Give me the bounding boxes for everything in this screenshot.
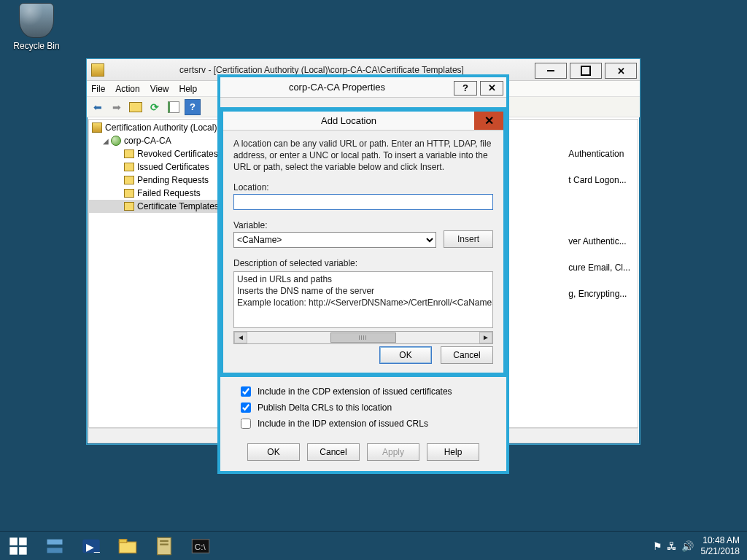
forward-button[interactable]: ➡: [109, 99, 125, 115]
properties-close-button[interactable]: [480, 81, 503, 96]
insert-button[interactable]: Insert: [444, 230, 493, 248]
back-button[interactable]: ⬅: [90, 99, 106, 115]
tree-ca-node[interactable]: ◢ corp-CA-CA: [89, 134, 225, 147]
export-list-button[interactable]: [166, 99, 182, 115]
svg-rect-12: [160, 543, 169, 545]
scroll-thumb[interactable]: [330, 332, 396, 343]
taskbar[interactable]: ▶_ C:\ ⚑ 🖧 🔊 10:48 AM 5/21/2018: [0, 531, 747, 560]
check-cdp[interactable]: Include in the CDP extension of issued c…: [238, 384, 489, 400]
description-label: Description of selected variable:: [233, 258, 493, 268]
description-scrollbar[interactable]: ◄ ►: [233, 331, 493, 344]
scroll-left-button[interactable]: ◄: [234, 332, 247, 343]
menu-file[interactable]: File: [91, 84, 105, 94]
certsrv-app-icon: [91, 63, 104, 77]
svg-rect-0: [9, 537, 17, 545]
folder-icon: [124, 149, 134, 158]
add-location-cancel-button[interactable]: Cancel: [441, 346, 493, 364]
cert-authority-icon: [92, 122, 102, 133]
task-certsrv[interactable]: [146, 532, 182, 560]
check-idp[interactable]: Include in the IDP extension of issued C…: [238, 416, 489, 432]
list-item[interactable]: ver Authentic...: [568, 236, 630, 248]
add-location-titlebar[interactable]: Add Location: [223, 112, 503, 131]
menu-view[interactable]: View: [150, 84, 169, 94]
list-item[interactable]: t Card Logon...: [568, 175, 630, 187]
tree-failed[interactable]: Failed Requests: [89, 187, 225, 200]
svg-rect-10: [158, 537, 171, 554]
maximize-button[interactable]: [570, 63, 602, 79]
list-item[interactable]: g, Encrypting...: [568, 289, 630, 300]
properties-cancel-button[interactable]: Cancel: [307, 443, 360, 461]
check-idp-box[interactable]: [241, 419, 251, 429]
taskbar-clock[interactable]: 10:48 AM 5/21/2018: [701, 535, 740, 556]
svg-text:C:\: C:\: [195, 541, 206, 551]
tree-templates[interactable]: Certificate Templates: [89, 200, 225, 213]
svg-rect-2: [9, 547, 17, 555]
svg-rect-3: [19, 547, 26, 555]
menu-action[interactable]: Action: [115, 84, 139, 94]
location-input[interactable]: [233, 194, 493, 210]
tray-icons[interactable]: ⚑ 🖧 🔊: [653, 540, 694, 552]
variable-label: Variable:: [233, 220, 436, 230]
refresh-button[interactable]: ⟳: [147, 99, 163, 115]
variable-select[interactable]: <CaName>: [233, 232, 436, 248]
check-cdp-box[interactable]: [241, 386, 251, 397]
folder-icon: [124, 189, 134, 198]
svg-rect-5: [47, 548, 63, 553]
network-icon[interactable]: 🖧: [667, 540, 677, 552]
task-cmd[interactable]: C:\: [182, 532, 219, 560]
system-tray[interactable]: ⚑ 🖧 🔊 10:48 AM 5/21/2018: [653, 532, 747, 560]
toolbar-help-button[interactable]: ?: [185, 99, 201, 115]
cmd-icon: C:\: [190, 536, 211, 556]
list-item[interactable]: cure Email, Cl...: [568, 262, 630, 274]
recycle-bin[interactable]: Recycle Bin: [9, 3, 64, 51]
recycle-bin-icon: [19, 3, 54, 38]
close-button[interactable]: [605, 63, 637, 79]
scroll-right-button[interactable]: ►: [479, 332, 492, 343]
recycle-bin-label: Recycle Bin: [9, 41, 64, 51]
check-publish-delta[interactable]: Publish Delta CRLs to this location: [238, 400, 489, 416]
volume-icon[interactable]: 🔊: [681, 540, 694, 552]
add-location-ok-button[interactable]: OK: [379, 346, 432, 364]
certsrv-title: certsrv - [Certification Authority (Loca…: [109, 65, 535, 75]
minimize-button[interactable]: [535, 63, 567, 79]
console-tree[interactable]: Certification Authority (Local) ◢ corp-C…: [88, 119, 225, 428]
tree-revoked[interactable]: Revoked Certificates: [89, 147, 225, 160]
folder-icon: [124, 202, 134, 211]
collapse-icon[interactable]: ◢: [102, 137, 109, 145]
file-explorer-icon: [117, 536, 138, 556]
certsrv-icon: [154, 536, 174, 556]
tree-root[interactable]: Certification Authority (Local): [89, 121, 225, 134]
windows-icon: [8, 536, 28, 556]
add-location-title: Add Location: [223, 115, 474, 126]
svg-text:▶_: ▶_: [86, 540, 100, 552]
add-location-close-button[interactable]: [474, 112, 503, 130]
properties-help-button[interactable]: Help: [427, 443, 479, 461]
properties-button-row: OK Cancel Apply Help: [220, 443, 506, 465]
svg-rect-11: [160, 540, 169, 541]
check-delta-box[interactable]: [241, 402, 251, 413]
tree-pending[interactable]: Pending Requests: [89, 174, 225, 187]
context-help-button[interactable]: [454, 81, 477, 96]
tree-issued[interactable]: Issued Certificates: [89, 160, 225, 174]
svg-rect-9: [119, 539, 127, 542]
up-button[interactable]: [128, 99, 144, 115]
menu-help[interactable]: Help: [179, 84, 198, 94]
start-button[interactable]: [0, 532, 36, 560]
svg-rect-1: [19, 537, 26, 545]
scroll-track[interactable]: [247, 332, 479, 343]
svg-rect-4: [47, 539, 63, 544]
task-powershell[interactable]: ▶_: [73, 532, 109, 560]
server-manager-icon: [44, 536, 65, 556]
folder-icon: [124, 176, 134, 184]
location-label: Location:: [233, 182, 493, 192]
list-item[interactable]: Authentication: [568, 149, 630, 160]
flag-icon[interactable]: ⚑: [653, 540, 662, 552]
properties-title: corp-CA-CA Properties: [220, 82, 454, 93]
task-server-manager[interactable]: [36, 532, 73, 560]
add-location-intro: A location can be any valid URL or path.…: [233, 138, 493, 174]
powershell-icon: ▶_: [81, 536, 101, 556]
task-explorer[interactable]: [109, 532, 146, 560]
properties-titlebar[interactable]: corp-CA-CA Properties: [220, 77, 506, 98]
variable-description: Used in URLs and paths Inserts the DNS n…: [233, 271, 493, 328]
properties-ok-button[interactable]: OK: [247, 443, 300, 461]
